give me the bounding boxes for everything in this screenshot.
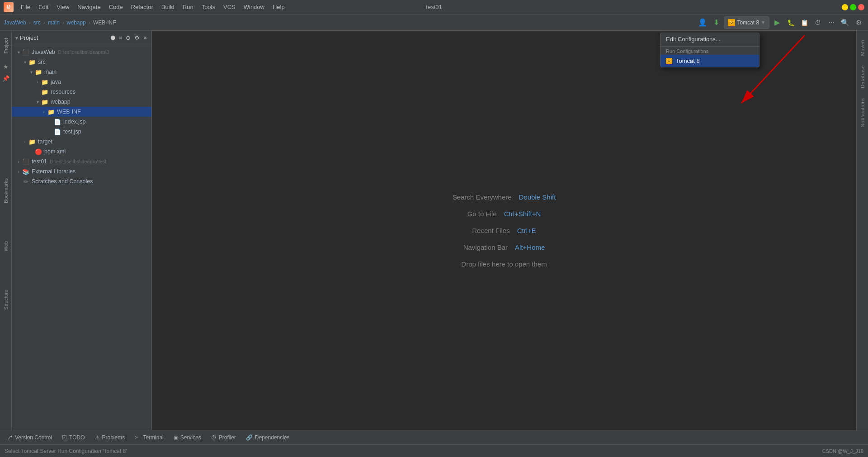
project-scroll-button[interactable]: ⊙ xyxy=(125,33,132,42)
editor-area: Search Everywhere Double Shift Go to Fil… xyxy=(152,31,856,430)
maximize-button[interactable]: □ xyxy=(850,4,856,10)
tab-label-profiler: Profiler xyxy=(219,434,236,441)
account-button[interactable]: 👤 xyxy=(697,17,708,29)
title-bar: IJ File Edit View Navigate Code Refactor… xyxy=(0,0,868,14)
run-config-dropdown-button[interactable]: 🐱 Tomcat 8 ▼ xyxy=(724,16,769,29)
tree-item-java[interactable]: › 📁 java xyxy=(12,77,151,87)
folder-java-icon: 📁 xyxy=(41,79,49,86)
tree-item-webinf[interactable]: › 📁 WEB-INF xyxy=(12,107,151,117)
project-collapse-icon[interactable]: ▾ xyxy=(15,35,18,41)
breadcrumb-webinf: WEB-INF xyxy=(93,19,116,26)
tree-item-extlibs[interactable]: › 📚 External Libraries xyxy=(12,167,151,176)
bottom-bar: ⎇ Version Control ☑ TODO ⚠ Problems >_ T… xyxy=(0,430,868,444)
tree-item-pomxml[interactable]: › 🔴 pom.xml xyxy=(12,147,151,157)
tree-label-pomxml: pom.xml xyxy=(44,148,66,155)
tab-label-problems: Problems xyxy=(102,434,125,441)
tab-label-version-control: Version Control xyxy=(15,434,52,441)
tree-label-indexjsp: index.jsp xyxy=(63,119,85,125)
tree-item-javaweb[interactable]: ▾ ⬛ JavaWeb D:\eslipselibs\ideapro\J xyxy=(12,47,151,57)
settings-button[interactable]: ⚙ xyxy=(853,17,864,29)
coverage-button[interactable]: 📋 xyxy=(798,17,810,29)
debug-button[interactable]: 🐛 xyxy=(785,17,797,29)
menu-code[interactable]: Code xyxy=(105,2,127,12)
menu-run[interactable]: Run xyxy=(179,2,197,12)
menu-tools[interactable]: Tools xyxy=(198,2,219,12)
project-close-button[interactable]: × xyxy=(142,33,148,42)
breadcrumb-webapp[interactable]: webapp xyxy=(67,19,86,26)
breadcrumb-javaweb[interactable]: JavaWeb xyxy=(4,19,26,26)
structure-tab[interactable]: Structure xyxy=(1,284,10,315)
tree-item-testjsp[interactable]: › 📄 test.jsp xyxy=(12,127,151,137)
tree-item-scratches[interactable]: › ✏ Scratches and Consoles xyxy=(12,176,151,186)
version-control-icon: ⎇ xyxy=(6,434,13,441)
tomcat8-config-item[interactable]: 🐱 Tomcat 8 xyxy=(660,55,759,67)
edit-configurations-item[interactable]: Edit Configurations... xyxy=(660,33,759,45)
tab-terminal[interactable]: >_ Terminal xyxy=(130,432,168,443)
database-tab[interactable]: Database xyxy=(858,61,867,93)
shortcut-search-everywhere: Search Everywhere Double Shift xyxy=(453,193,556,201)
project-panel-header: ▾ Project ⬢ ≡ ⊙ ⚙ × xyxy=(12,31,151,45)
extlibs-icon: 📚 xyxy=(22,168,30,175)
shortcut-key-gotofile: Ctrl+Shift+N xyxy=(504,210,541,218)
git-pull-button[interactable]: ⬇ xyxy=(710,17,722,29)
project-panel: ▾ Project ⬢ ≡ ⊙ ⚙ × ▾ ⬛ JavaWeb D:\eslip… xyxy=(12,31,152,430)
tree-label-target: target xyxy=(38,138,52,145)
menu-refactor[interactable]: Refactor xyxy=(127,2,157,12)
main-layout: Project ★ 📌 Bookmarks Web Structure ▾ Pr… xyxy=(0,31,868,430)
notifications-tab[interactable]: Notifications xyxy=(858,93,867,132)
bookmarks-tab[interactable]: Bookmarks xyxy=(1,173,10,209)
tree-item-webapp[interactable]: ▾ 📁 webapp xyxy=(12,97,151,107)
run-config-name: Tomcat 8 xyxy=(737,19,759,26)
tab-version-control[interactable]: ⎇ Version Control xyxy=(2,432,57,443)
tab-todo[interactable]: ☑ TODO xyxy=(57,432,89,443)
tab-services[interactable]: ◉ Services xyxy=(169,432,206,443)
tree-path-test01: D:\eslipselibs\ideapro\test xyxy=(50,159,106,164)
tab-label-dependencies: Dependencies xyxy=(255,434,290,441)
profile-button[interactable]: ⏱ xyxy=(812,17,824,29)
breadcrumb: JavaWeb › src › main › webapp › WEB-INF xyxy=(4,19,694,26)
tab-problems[interactable]: ⚠ Problems xyxy=(90,432,130,443)
project-external-button[interactable]: ⬢ xyxy=(109,33,116,42)
menu-navigate[interactable]: Navigate xyxy=(74,2,104,12)
shortcut-navigation-bar: Navigation Bar Alt+Home xyxy=(463,243,545,251)
menu-window[interactable]: Window xyxy=(240,2,268,12)
maven-tab[interactable]: Maven xyxy=(858,35,867,61)
window-controls: — □ × xyxy=(842,4,864,10)
run-button[interactable]: ▶ xyxy=(771,17,783,29)
tree-item-resources[interactable]: › 📁 resources xyxy=(12,87,151,97)
tomcat8-config-label: Tomcat 8 xyxy=(676,57,700,64)
menu-vcs[interactable]: VCS xyxy=(220,2,239,12)
more-run-button[interactable]: ⋯ xyxy=(826,17,837,29)
profiler-icon: ⏱ xyxy=(211,434,217,441)
tree-item-target[interactable]: › 📁 target xyxy=(12,137,151,147)
tree-item-test01[interactable]: › ⬛ test01 D:\eslipselibs\ideapro\test xyxy=(12,157,151,167)
tab-label-services: Services xyxy=(180,434,201,441)
tree-path-javaweb: D:\eslipselibs\ideapro\J xyxy=(58,49,109,55)
project-collapse-all-button[interactable]: ≡ xyxy=(118,33,123,42)
menu-view[interactable]: View xyxy=(53,2,73,12)
project-tab[interactable]: Project xyxy=(1,33,10,59)
status-bar: Select Tomcat Server Run Configuration '… xyxy=(0,444,868,457)
close-button[interactable]: × xyxy=(858,4,864,10)
pin-icon[interactable]: 📌 xyxy=(2,74,10,82)
breadcrumb-main[interactable]: main xyxy=(48,19,60,26)
file-jsp-icon: 📄 xyxy=(53,119,61,125)
web-tab[interactable]: Web xyxy=(1,236,10,257)
menu-help[interactable]: Help xyxy=(269,2,288,12)
minimize-button[interactable]: — xyxy=(842,4,848,10)
bookmark-icon[interactable]: ★ xyxy=(2,62,10,71)
tree-item-indexjsp[interactable]: › 📄 index.jsp xyxy=(12,117,151,127)
tab-dependencies[interactable]: 🔗 Dependencies xyxy=(241,432,294,443)
project-settings-button[interactable]: ⚙ xyxy=(133,33,141,42)
search-button[interactable]: 🔍 xyxy=(839,17,851,29)
app-logo: IJ xyxy=(4,2,14,12)
menu-build[interactable]: Build xyxy=(158,2,178,12)
tree-label-extlibs: External Libraries xyxy=(32,168,75,175)
folder-webinf-icon: 📁 xyxy=(47,109,55,115)
tab-profiler[interactable]: ⏱ Profiler xyxy=(207,432,241,443)
menu-file[interactable]: File xyxy=(17,2,34,12)
menu-edit[interactable]: Edit xyxy=(35,2,52,12)
breadcrumb-src[interactable]: src xyxy=(33,19,41,26)
tree-item-main[interactable]: ▾ 📁 main xyxy=(12,67,151,77)
tree-item-src[interactable]: ▾ 📁 src xyxy=(12,57,151,67)
